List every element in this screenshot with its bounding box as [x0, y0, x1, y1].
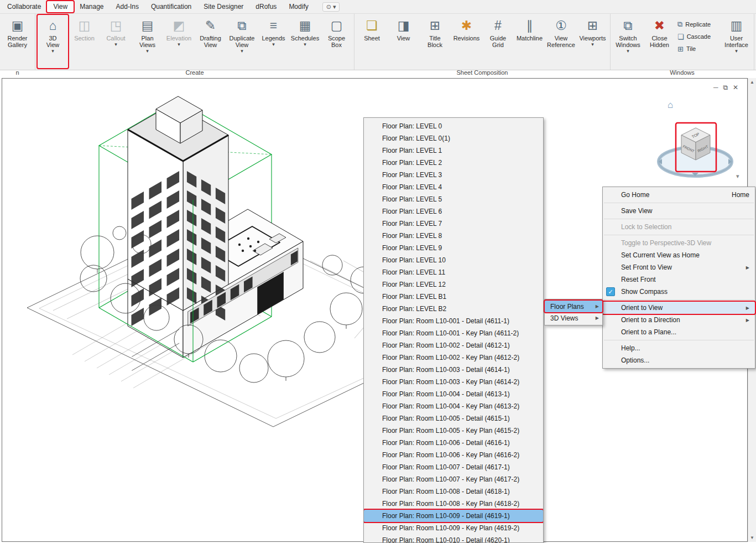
menu-item-floor-plan[interactable]: Floor Plan: LEVEL 3 [364, 169, 543, 181]
button-schedules[interactable]: ▦Schedules▾ [290, 15, 320, 68]
button-matchline[interactable]: ∥Matchline [514, 15, 545, 68]
menu-item-floor-plan[interactable]: Floor Plan: LEVEL 10 [364, 254, 543, 266]
chevron-down-icon[interactable]: ▾ [736, 173, 739, 180]
menu-item-floor-plan[interactable]: Floor Plan: Room L10-001 - Detail (4611-… [364, 315, 543, 327]
menu-item-floor-plan[interactable]: Floor Plan: LEVEL B1 [364, 291, 543, 303]
button-callout[interactable]: ◳Callout▾ [101, 15, 131, 68]
menu-item-floor-plan[interactable]: Floor Plan: Room L10-005 - Key Plan (461… [364, 425, 543, 437]
button-elevation[interactable]: ◩Elevation▾ [164, 15, 194, 68]
button-section[interactable]: ◫Section [69, 15, 100, 68]
button-drafting-view[interactable]: ✎DraftingView [195, 15, 226, 68]
viewcube-widget[interactable]: ⌂ TOP FRONT RIGHT ▾ [655, 93, 747, 184]
menu-item-floor-plan[interactable]: Floor Plan: Room L10-007 - Key Plan (461… [364, 473, 543, 485]
restore-icon[interactable]: ⧉ [723, 84, 728, 91]
tab-manage[interactable]: Manage [74, 1, 110, 12]
menu-item-orient-to-view[interactable]: Orient to View▶ [603, 302, 755, 314]
menu-item-set-front-to-view[interactable]: Set Front to View▶ [603, 261, 755, 273]
menu-item-floor-plan[interactable]: Floor Plan: Room L10-005 - Detail (4615-… [364, 412, 543, 425]
menu-item-lock-to-selection[interactable]: Lock to Selection [603, 221, 755, 233]
button-tile[interactable]: ⊞Tile [675, 43, 721, 55]
menu-item-floor-plan[interactable]: Floor Plan: LEVEL B2 [364, 303, 543, 315]
button-label: Elevation [166, 35, 191, 42]
menu-item-floor-plan[interactable]: Floor Plan: Room L10-009 - Key Plan (461… [364, 522, 543, 534]
view-window-controls: ─ ⧉ ✕ [713, 84, 738, 91]
minimize-icon[interactable]: ─ [713, 84, 718, 91]
button-switch-windows[interactable]: ⧉SwitchWindows▾ [613, 15, 643, 68]
menu-item-floor-plan[interactable]: Floor Plan: Room L10-003 - Detail (4614-… [364, 364, 543, 376]
button-view-reference[interactable]: ①ViewReference [546, 15, 576, 68]
menu-item-floor-plan[interactable]: Floor Plan: Room L10-007 - Detail (4617-… [364, 461, 543, 473]
scroll-down-icon[interactable]: ▼ [750, 535, 754, 540]
menu-item-orient-to-a-direction[interactable]: Orient to a Direction▶ [603, 314, 755, 326]
menu-item-floor-plan[interactable]: Floor Plan: Room L10-002 - Detail (4612-… [364, 339, 543, 351]
menu-item-floor-plan[interactable]: Floor Plan: LEVEL 5 [364, 193, 543, 205]
button-viewports[interactable]: ⊞Viewports▾ [577, 15, 608, 68]
menu-item-floor-plan[interactable]: Floor Plan: Room L10-006 - Detail (4616-… [364, 437, 543, 449]
menu-item-floor-plan[interactable]: Floor Plan: Room L10-006 - Key Plan (461… [364, 449, 543, 461]
checkmark-icon: ✓ [606, 287, 615, 296]
menu-item-save-view[interactable]: Save View [603, 205, 755, 217]
menu-item-floor-plan[interactable]: Floor Plan: LEVEL 12 [364, 278, 543, 291]
menu-item-3d-views[interactable]: 3D Views▶ [545, 312, 602, 324]
menu-item-set-current-view-as-home[interactable]: Set Current View as Home [603, 249, 755, 261]
menu-item-options[interactable]: Options... [603, 354, 755, 366]
button-user-interface[interactable]: ▥UserInterface▾ [721, 15, 752, 68]
menu-item-floor-plan[interactable]: Floor Plan: Room L10-008 - Key Plan (461… [364, 498, 543, 510]
menu-item-label: Orient to a Direction [621, 316, 741, 324]
menu-item-orient-to-a-plane[interactable]: Orient to a Plane... [603, 326, 755, 338]
button-title-block[interactable]: ⊞TitleBlock [420, 15, 450, 68]
close-icon[interactable]: ✕ [733, 84, 738, 91]
tab-quantification[interactable]: Quantification [145, 1, 197, 12]
menu-item-floor-plan[interactable]: Floor Plan: LEVEL 1 [364, 144, 543, 157]
menu-item-floor-plan[interactable]: Floor Plan: Room L10-009 - Detail (4619-… [364, 510, 543, 522]
legends-icon: ≡ [270, 16, 277, 35]
menu-item-floor-plans[interactable]: Floor Plans▶ [545, 301, 602, 312]
button-revisions[interactable]: ✱Revisions [451, 15, 482, 68]
button-3d-view[interactable]: ⌂3DView▾ [38, 15, 68, 68]
menu-item-toggle-to-perspective-3d-view[interactable]: Toggle to Perspective-3D View [603, 237, 755, 249]
tab-drofus[interactable]: dRofus [249, 1, 283, 12]
menu-item-floor-plan[interactable]: Floor Plan: Room L10-001 - Key Plan (461… [364, 327, 543, 339]
tab-modify[interactable]: Modify [283, 1, 314, 12]
menu-item-floor-plan[interactable]: Floor Plan: LEVEL 2 [364, 157, 543, 169]
tab-site-designer[interactable]: Site Designer [197, 1, 249, 12]
menu-item-floor-plan[interactable]: Floor Plan: Room L10-010 - Detail (4620-… [364, 534, 543, 543]
menu-item-floor-plan[interactable]: Floor Plan: LEVEL 11 [364, 266, 543, 278]
menu-item-floor-plan[interactable]: Floor Plan: LEVEL 4 [364, 181, 543, 193]
button-close-hidden[interactable]: ✖CloseHidden [644, 15, 675, 68]
menu-item-floor-plan[interactable]: Floor Plan: LEVEL 0 [364, 120, 543, 132]
menu-item-floor-plan[interactable]: Floor Plan: Room L10-002 - Key Plan (461… [364, 351, 543, 364]
menu-item-go-home[interactable]: Go HomeHome [603, 189, 755, 201]
button-guide-grid[interactable]: #GuideGrid [483, 15, 513, 68]
button-duplicate-view[interactable]: ⧉DuplicateView▾ [227, 15, 257, 68]
tab-add-ins[interactable]: Add-Ins [110, 1, 145, 12]
ribbon-group-label: Windows [612, 68, 752, 77]
button-view[interactable]: ◨View [388, 15, 419, 68]
button-legends[interactable]: ≡Legends▾ [258, 15, 289, 68]
button-render-gallery[interactable]: ▣RenderGallery [2, 15, 33, 68]
tab-collaborate[interactable]: Collaborate [1, 1, 47, 12]
menu-item-floor-plan[interactable]: Floor Plan: Room L10-008 - Detail (4618-… [364, 485, 543, 498]
button-sheet[interactable]: ❏Sheet [357, 15, 387, 68]
menu-item-help[interactable]: Help... [603, 342, 755, 354]
button-replicate[interactable]: ⧉Replicate [675, 18, 721, 30]
menu-item-floor-plan[interactable]: Floor Plan: LEVEL 6 [364, 205, 543, 218]
button-scope-box[interactable]: ▢ScopeBox [321, 15, 352, 68]
menu-item-floor-plan[interactable]: Floor Plan: Room L10-004 - Key Plan (461… [364, 400, 543, 412]
menu-item-reset-front[interactable]: Reset Front [603, 273, 755, 286]
menu-item-show-compass[interactable]: ✓Show Compass [603, 286, 755, 298]
button-label: Callout [106, 35, 125, 42]
menu-item-floor-plan[interactable]: Floor Plan: Room L10-003 - Key Plan (461… [364, 376, 543, 388]
scroll-up-icon[interactable]: ▲ [750, 80, 754, 85]
menu-item-floor-plan[interactable]: Floor Plan: LEVEL 9 [364, 242, 543, 254]
button-label: Section [74, 35, 95, 42]
menu-item-floor-plan[interactable]: Floor Plan: LEVEL 7 [364, 218, 543, 230]
button-plan-views[interactable]: ▤PlanViews▾ [132, 15, 163, 68]
button-cascade[interactable]: ❏Cascade [675, 30, 721, 43]
ribbon-display-toggle[interactable]: ⊙▾ [322, 2, 340, 12]
menu-item-floor-plan[interactable]: Floor Plan: Room L10-004 - Detail (4613-… [364, 388, 543, 400]
tab-view[interactable]: View [47, 1, 74, 12]
menu-item-floor-plan[interactable]: Floor Plan: LEVEL 8 [364, 230, 543, 242]
home-icon[interactable]: ⌂ [668, 100, 673, 111]
menu-item-floor-plan[interactable]: Floor Plan: LEVEL 0(1) [364, 132, 543, 144]
